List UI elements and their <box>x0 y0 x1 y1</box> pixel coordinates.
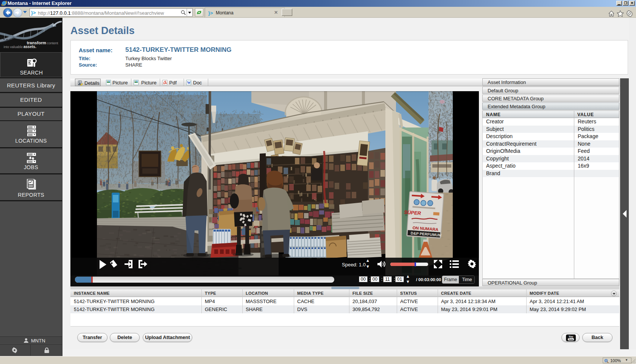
svg-text:content: content <box>47 41 58 45</box>
svg-text:You: You <box>569 335 573 338</box>
svg-text:Tube: Tube <box>569 338 574 341</box>
svg-text:assets.: assets. <box>23 45 36 49</box>
svg-text:W: W <box>187 81 191 85</box>
svg-text:into valuable: into valuable <box>3 45 23 49</box>
